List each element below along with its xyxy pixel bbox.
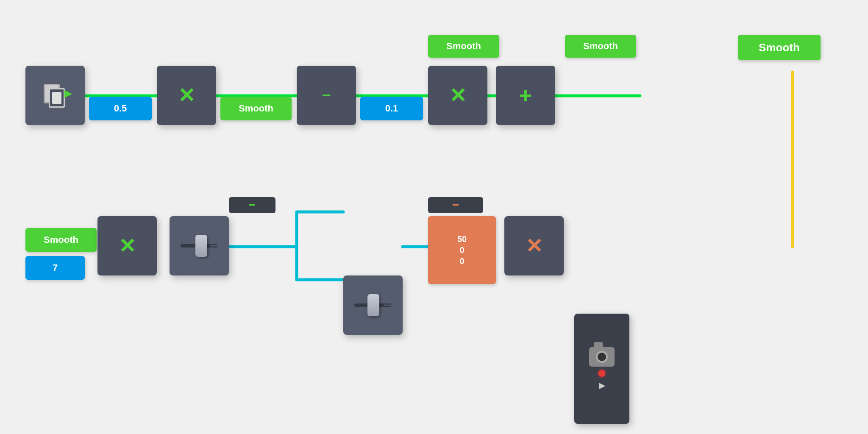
minus-node-1[interactable]: − — [297, 66, 356, 125]
smooth-label-2: Smooth — [428, 35, 499, 58]
value-7-label: 7 — [25, 256, 85, 280]
x-icon-2: ✕ — [428, 66, 487, 125]
value-500-label: 50 0 0 — [428, 216, 496, 284]
plus-icon: + — [496, 66, 555, 125]
x-icon-orange-row2: ✕ — [504, 216, 564, 275]
slider-node-1[interactable] — [170, 216, 229, 275]
multiply-node-2[interactable]: ✕ — [428, 66, 487, 125]
smooth-label-row2: Smooth — [25, 228, 97, 252]
minus-green-top: − — [229, 197, 275, 213]
slider-node-2[interactable] — [343, 275, 403, 335]
x-icon-1: ✕ — [157, 66, 216, 125]
slider-thumb-2[interactable] — [367, 294, 379, 316]
minus-orange-top: − — [428, 197, 483, 213]
smooth-label-3: Smooth — [565, 35, 636, 58]
multiply-node-1[interactable]: ✕ — [157, 66, 216, 125]
smooth-label-1: Smooth — [220, 97, 292, 120]
x-icon-row2: ✕ — [97, 216, 157, 275]
multiply-node-orange-row2[interactable]: ✕ — [504, 216, 564, 275]
plus-node[interactable]: + — [496, 66, 555, 125]
source-node[interactable]: ▶ — [25, 66, 85, 125]
slider-thumb-1[interactable] — [195, 235, 207, 257]
multiply-node-row2[interactable]: ✕ — [97, 216, 157, 275]
value-01-label: 0.1 — [360, 97, 423, 120]
output-node[interactable]: ▶ — [574, 314, 629, 424]
smooth-label-4: Smooth — [738, 35, 821, 60]
value-05-label: 0.5 — [89, 97, 152, 120]
minus-icon-1: − — [297, 66, 356, 125]
